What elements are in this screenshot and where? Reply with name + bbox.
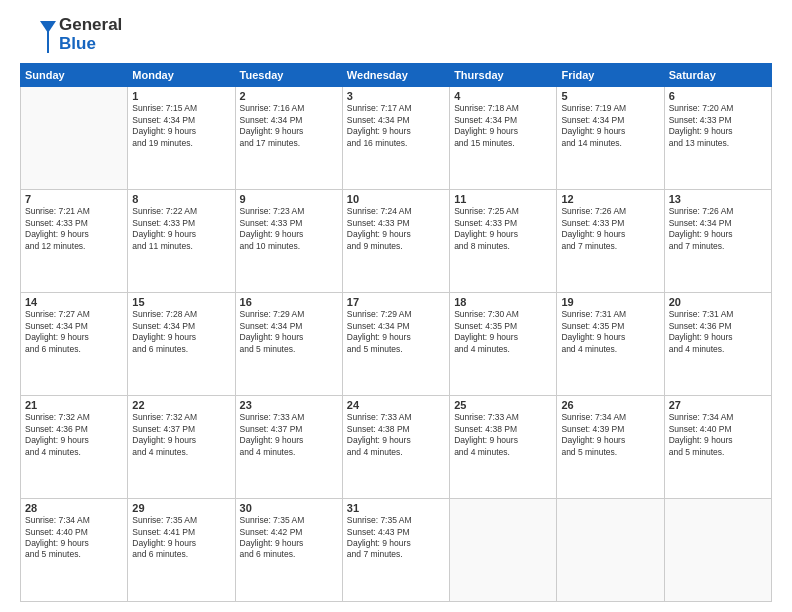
calendar-cell: 31Sunrise: 7:35 AM Sunset: 4:43 PM Dayli…: [342, 499, 449, 602]
calendar-header-thursday: Thursday: [450, 64, 557, 87]
calendar-cell: 17Sunrise: 7:29 AM Sunset: 4:34 PM Dayli…: [342, 293, 449, 396]
day-info: Sunrise: 7:28 AM Sunset: 4:34 PM Dayligh…: [132, 309, 230, 355]
calendar-cell: 13Sunrise: 7:26 AM Sunset: 4:34 PM Dayli…: [664, 190, 771, 293]
calendar-cell: 11Sunrise: 7:25 AM Sunset: 4:33 PM Dayli…: [450, 190, 557, 293]
day-number: 12: [561, 193, 659, 205]
day-number: 16: [240, 296, 338, 308]
calendar-week-row: 28Sunrise: 7:34 AM Sunset: 4:40 PM Dayli…: [21, 499, 772, 602]
calendar-cell: [557, 499, 664, 602]
day-info: Sunrise: 7:26 AM Sunset: 4:34 PM Dayligh…: [669, 206, 767, 252]
day-number: 13: [669, 193, 767, 205]
calendar-cell: 20Sunrise: 7:31 AM Sunset: 4:36 PM Dayli…: [664, 293, 771, 396]
day-info: Sunrise: 7:15 AM Sunset: 4:34 PM Dayligh…: [132, 103, 230, 149]
day-number: 27: [669, 399, 767, 411]
calendar-header-tuesday: Tuesday: [235, 64, 342, 87]
calendar-cell: [450, 499, 557, 602]
day-number: 9: [240, 193, 338, 205]
calendar-cell: 22Sunrise: 7:32 AM Sunset: 4:37 PM Dayli…: [128, 396, 235, 499]
day-info: Sunrise: 7:29 AM Sunset: 4:34 PM Dayligh…: [347, 309, 445, 355]
day-info: Sunrise: 7:16 AM Sunset: 4:34 PM Dayligh…: [240, 103, 338, 149]
day-number: 6: [669, 90, 767, 102]
calendar-cell: 10Sunrise: 7:24 AM Sunset: 4:33 PM Dayli…: [342, 190, 449, 293]
day-info: Sunrise: 7:34 AM Sunset: 4:40 PM Dayligh…: [25, 515, 123, 561]
day-info: Sunrise: 7:35 AM Sunset: 4:43 PM Dayligh…: [347, 515, 445, 561]
day-info: Sunrise: 7:33 AM Sunset: 4:38 PM Dayligh…: [454, 412, 552, 458]
calendar-week-row: 14Sunrise: 7:27 AM Sunset: 4:34 PM Dayli…: [21, 293, 772, 396]
calendar-cell: 4Sunrise: 7:18 AM Sunset: 4:34 PM Daylig…: [450, 87, 557, 190]
day-info: Sunrise: 7:35 AM Sunset: 4:41 PM Dayligh…: [132, 515, 230, 561]
calendar-header-saturday: Saturday: [664, 64, 771, 87]
calendar-cell: 28Sunrise: 7:34 AM Sunset: 4:40 PM Dayli…: [21, 499, 128, 602]
calendar-week-row: 7Sunrise: 7:21 AM Sunset: 4:33 PM Daylig…: [21, 190, 772, 293]
calendar-cell: 19Sunrise: 7:31 AM Sunset: 4:35 PM Dayli…: [557, 293, 664, 396]
day-number: 2: [240, 90, 338, 102]
calendar-cell: 9Sunrise: 7:23 AM Sunset: 4:33 PM Daylig…: [235, 190, 342, 293]
day-number: 8: [132, 193, 230, 205]
day-number: 19: [561, 296, 659, 308]
page: General Blue SundayMondayTuesdayWednesda…: [0, 0, 792, 612]
day-number: 17: [347, 296, 445, 308]
day-info: Sunrise: 7:30 AM Sunset: 4:35 PM Dayligh…: [454, 309, 552, 355]
calendar-cell: 24Sunrise: 7:33 AM Sunset: 4:38 PM Dayli…: [342, 396, 449, 499]
day-number: 14: [25, 296, 123, 308]
day-number: 31: [347, 502, 445, 514]
logo-graphic: [20, 17, 56, 53]
calendar-table: SundayMondayTuesdayWednesdayThursdayFrid…: [20, 63, 772, 602]
day-number: 26: [561, 399, 659, 411]
calendar-week-row: 21Sunrise: 7:32 AM Sunset: 4:36 PM Dayli…: [21, 396, 772, 499]
day-number: 28: [25, 502, 123, 514]
day-info: Sunrise: 7:25 AM Sunset: 4:33 PM Dayligh…: [454, 206, 552, 252]
day-info: Sunrise: 7:31 AM Sunset: 4:36 PM Dayligh…: [669, 309, 767, 355]
day-number: 25: [454, 399, 552, 411]
day-number: 22: [132, 399, 230, 411]
calendar-header-row: SundayMondayTuesdayWednesdayThursdayFrid…: [21, 64, 772, 87]
calendar-cell: 7Sunrise: 7:21 AM Sunset: 4:33 PM Daylig…: [21, 190, 128, 293]
day-info: Sunrise: 7:33 AM Sunset: 4:37 PM Dayligh…: [240, 412, 338, 458]
calendar-header-monday: Monday: [128, 64, 235, 87]
day-info: Sunrise: 7:29 AM Sunset: 4:34 PM Dayligh…: [240, 309, 338, 355]
calendar-cell: [21, 87, 128, 190]
day-number: 23: [240, 399, 338, 411]
day-info: Sunrise: 7:23 AM Sunset: 4:33 PM Dayligh…: [240, 206, 338, 252]
calendar-week-row: 1Sunrise: 7:15 AM Sunset: 4:34 PM Daylig…: [21, 87, 772, 190]
calendar-cell: 2Sunrise: 7:16 AM Sunset: 4:34 PM Daylig…: [235, 87, 342, 190]
calendar-cell: 21Sunrise: 7:32 AM Sunset: 4:36 PM Dayli…: [21, 396, 128, 499]
calendar-cell: 16Sunrise: 7:29 AM Sunset: 4:34 PM Dayli…: [235, 293, 342, 396]
day-info: Sunrise: 7:33 AM Sunset: 4:38 PM Dayligh…: [347, 412, 445, 458]
calendar-cell: 1Sunrise: 7:15 AM Sunset: 4:34 PM Daylig…: [128, 87, 235, 190]
day-number: 15: [132, 296, 230, 308]
day-info: Sunrise: 7:35 AM Sunset: 4:42 PM Dayligh…: [240, 515, 338, 561]
calendar-cell: 14Sunrise: 7:27 AM Sunset: 4:34 PM Dayli…: [21, 293, 128, 396]
calendar-cell: 29Sunrise: 7:35 AM Sunset: 4:41 PM Dayli…: [128, 499, 235, 602]
day-info: Sunrise: 7:18 AM Sunset: 4:34 PM Dayligh…: [454, 103, 552, 149]
calendar-cell: 18Sunrise: 7:30 AM Sunset: 4:35 PM Dayli…: [450, 293, 557, 396]
day-info: Sunrise: 7:20 AM Sunset: 4:33 PM Dayligh…: [669, 103, 767, 149]
day-info: Sunrise: 7:22 AM Sunset: 4:33 PM Dayligh…: [132, 206, 230, 252]
day-info: Sunrise: 7:26 AM Sunset: 4:33 PM Dayligh…: [561, 206, 659, 252]
day-number: 30: [240, 502, 338, 514]
day-number: 21: [25, 399, 123, 411]
day-number: 20: [669, 296, 767, 308]
day-info: Sunrise: 7:17 AM Sunset: 4:34 PM Dayligh…: [347, 103, 445, 149]
day-info: Sunrise: 7:32 AM Sunset: 4:36 PM Dayligh…: [25, 412, 123, 458]
day-number: 11: [454, 193, 552, 205]
day-info: Sunrise: 7:34 AM Sunset: 4:40 PM Dayligh…: [669, 412, 767, 458]
day-number: 3: [347, 90, 445, 102]
day-number: 1: [132, 90, 230, 102]
calendar-cell: 3Sunrise: 7:17 AM Sunset: 4:34 PM Daylig…: [342, 87, 449, 190]
logo: General Blue: [20, 16, 122, 53]
calendar-cell: 12Sunrise: 7:26 AM Sunset: 4:33 PM Dayli…: [557, 190, 664, 293]
day-number: 7: [25, 193, 123, 205]
calendar-cell: 25Sunrise: 7:33 AM Sunset: 4:38 PM Dayli…: [450, 396, 557, 499]
calendar-cell: 27Sunrise: 7:34 AM Sunset: 4:40 PM Dayli…: [664, 396, 771, 499]
header: General Blue: [20, 16, 772, 53]
logo-general: General: [59, 16, 122, 35]
day-info: Sunrise: 7:24 AM Sunset: 4:33 PM Dayligh…: [347, 206, 445, 252]
logo-blue: Blue: [59, 35, 122, 54]
calendar-cell: 6Sunrise: 7:20 AM Sunset: 4:33 PM Daylig…: [664, 87, 771, 190]
day-number: 10: [347, 193, 445, 205]
calendar-header-sunday: Sunday: [21, 64, 128, 87]
calendar-cell: 5Sunrise: 7:19 AM Sunset: 4:34 PM Daylig…: [557, 87, 664, 190]
calendar-cell: 8Sunrise: 7:22 AM Sunset: 4:33 PM Daylig…: [128, 190, 235, 293]
calendar-cell: 15Sunrise: 7:28 AM Sunset: 4:34 PM Dayli…: [128, 293, 235, 396]
